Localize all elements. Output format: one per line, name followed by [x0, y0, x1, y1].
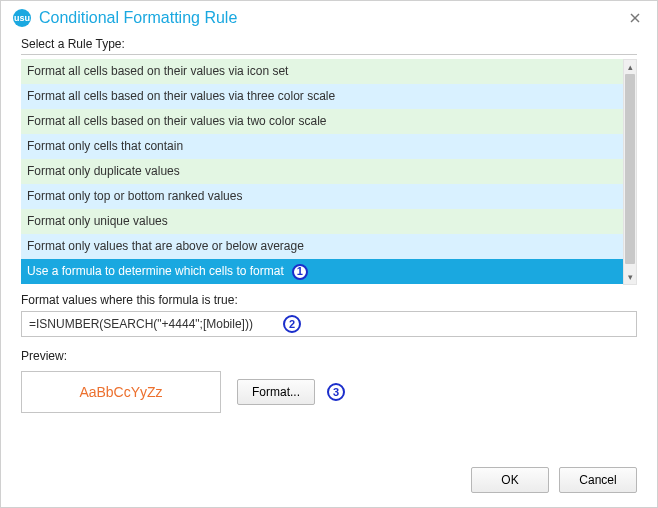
- titlebar: usu Conditional Formatting Rule: [1, 1, 657, 35]
- rule-type-item[interactable]: Format only top or bottom ranked values: [21, 184, 623, 209]
- cancel-button[interactable]: Cancel: [559, 467, 637, 493]
- dialog-button-row: OK Cancel: [1, 457, 657, 507]
- scroll-track[interactable]: [624, 74, 636, 270]
- callout-3: 3: [327, 383, 345, 401]
- callout-2: 2: [283, 315, 301, 333]
- rule-type-item[interactable]: Format all cells based on their values v…: [21, 109, 623, 134]
- preview-sample-text: AaBbCcYyZz: [79, 384, 162, 400]
- format-button[interactable]: Format...: [237, 379, 315, 405]
- rule-type-item-label: Format only values that are above or bel…: [27, 234, 304, 259]
- rule-type-item[interactable]: Format only duplicate values: [21, 159, 623, 184]
- preview-label: Preview:: [21, 349, 637, 363]
- scroll-thumb[interactable]: [625, 74, 635, 264]
- preview-box: AaBbCcYyZz: [21, 371, 221, 413]
- rule-type-item-label: Format only duplicate values: [27, 159, 180, 184]
- scroll-up-button[interactable]: ▴: [624, 60, 636, 74]
- select-rule-type-label: Select a Rule Type:: [21, 37, 637, 55]
- app-icon: usu: [13, 9, 31, 27]
- formula-input[interactable]: =ISNUMBER(SEARCH("+4444";[Mobile])): [21, 311, 637, 337]
- formula-value: =ISNUMBER(SEARCH("+4444";[Mobile])): [29, 317, 253, 331]
- rule-type-item[interactable]: Format all cells based on their values v…: [21, 84, 623, 109]
- rule-type-item-label: Format all cells based on their values v…: [27, 84, 335, 109]
- close-icon: [630, 13, 640, 23]
- close-button[interactable]: [623, 6, 647, 30]
- rule-type-item-label: Format only unique values: [27, 209, 168, 234]
- dialog-title: Conditional Formatting Rule: [39, 9, 237, 27]
- rule-type-item-label: Use a formula to determine which cells t…: [27, 259, 284, 284]
- rule-type-list-container: Format all cells based on their values v…: [21, 59, 637, 285]
- formula-label: Format values where this formula is true…: [21, 293, 637, 307]
- rule-type-item-label: Format only cells that contain: [27, 134, 183, 159]
- callout-1: 1: [292, 264, 308, 280]
- scrollbar[interactable]: ▴ ▾: [623, 59, 637, 285]
- rule-type-item[interactable]: Format only unique values: [21, 209, 623, 234]
- ok-button[interactable]: OK: [471, 467, 549, 493]
- rule-type-item-label: Format all cells based on their values v…: [27, 109, 326, 134]
- rule-type-list[interactable]: Format all cells based on their values v…: [21, 59, 623, 285]
- dialog-window: usu Conditional Formatting Rule Select a…: [0, 0, 658, 508]
- rule-type-item[interactable]: Format only values that are above or bel…: [21, 234, 623, 259]
- rule-type-item[interactable]: Use a formula to determine which cells t…: [21, 259, 623, 284]
- rule-type-item[interactable]: Format only cells that contain: [21, 134, 623, 159]
- rule-type-item[interactable]: Format all cells based on their values v…: [21, 59, 623, 84]
- scroll-down-button[interactable]: ▾: [624, 270, 636, 284]
- rule-type-item-label: Format all cells based on their values v…: [27, 59, 288, 84]
- rule-type-item-label: Format only top or bottom ranked values: [27, 184, 242, 209]
